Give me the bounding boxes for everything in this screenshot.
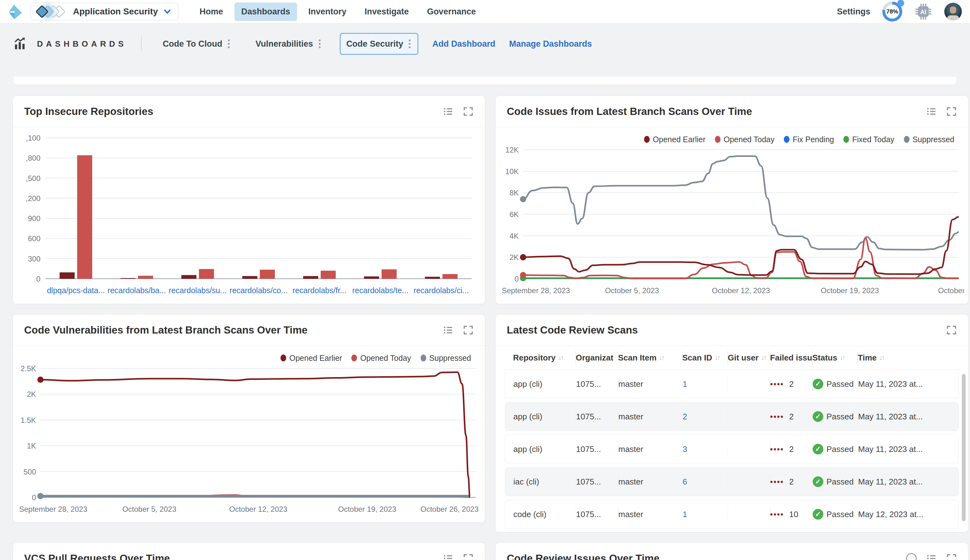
panel-header: Latest Code Review Scans	[496, 315, 968, 346]
legend-entry-fix-pending[interactable]: Fix Pending	[784, 135, 834, 144]
repo-link-label[interactable]: recardolabs/ba...	[107, 286, 166, 295]
manage-dashboards-link[interactable]: Manage Dashboards	[509, 39, 592, 49]
repo-link-label[interactable]: recardolabs/fr...	[292, 286, 346, 295]
bar-opened-today[interactable]	[382, 269, 397, 279]
cell-git-user	[728, 475, 770, 489]
expand-icon[interactable]	[463, 553, 474, 560]
bar-opened-today[interactable]	[442, 274, 457, 279]
repo-link-label[interactable]: recardolabs/co...	[230, 286, 288, 295]
legend-entry-fixed-today[interactable]: Fixed Today	[843, 135, 894, 144]
expand-icon[interactable]	[946, 553, 957, 560]
legend-entry-suppressed[interactable]: Suppressed	[421, 353, 471, 363]
repo-link-label[interactable]: recardolabs/te...	[352, 286, 408, 295]
settings-button[interactable]: Settings	[837, 7, 870, 17]
nav-item-home[interactable]: Home	[193, 3, 230, 21]
nav-item-inventory[interactable]: Inventory	[302, 3, 354, 21]
repo-link-label[interactable]: dlpqa/pcs-data...	[47, 286, 105, 295]
column-header-failed-issu[interactable]: Failed issu	[770, 351, 812, 365]
table-row[interactable]: code (cli)1075...master110✓PassedMay 12,…	[505, 500, 959, 529]
app-selector-label: Application Security	[73, 7, 158, 17]
cell-scan-id-link[interactable]: 1	[683, 507, 728, 522]
table-row[interactable]: app (cli)1075...master12✓PassedMay 11, 2…	[505, 370, 959, 398]
column-header-repository[interactable]: Repository↓↑	[513, 351, 576, 365]
bar-opened-today[interactable]	[138, 276, 153, 279]
tab-vulnerabilities[interactable]: Vulnerabilities	[249, 33, 329, 55]
table-row[interactable]: iac (cli)1075...master62✓PassedMay 11, 2…	[505, 467, 959, 496]
expand-icon[interactable]	[463, 106, 474, 117]
nav-item-governance[interactable]: Governance	[420, 3, 482, 21]
expand-icon[interactable]	[463, 325, 474, 335]
sort-arrows-icon[interactable]: ↓↑	[879, 354, 884, 362]
severity-dots-icon	[770, 481, 783, 483]
column-header-git-user[interactable]: Git user↓↑	[728, 351, 770, 365]
column-header-status[interactable]: Status↓↑	[812, 351, 858, 365]
tab-label: Vulnerabilities	[255, 39, 313, 49]
sort-arrows-icon[interactable]: ↓↑	[761, 354, 766, 362]
legend-list-icon[interactable]	[926, 106, 937, 117]
bar-opened-earlier[interactable]	[120, 278, 135, 279]
legend-entry-opened-today[interactable]: Opened Today	[351, 353, 411, 363]
repo-link-label[interactable]: recardolabs/su...	[169, 286, 227, 295]
ai-assistant-icon[interactable]: AI	[914, 3, 932, 21]
table-row[interactable]: app (cli)1075...master22✓PassedMay 11, 2…	[505, 402, 959, 431]
series-start-dot	[520, 254, 526, 260]
bar-opened-earlier[interactable]	[60, 272, 75, 279]
cell-scan-id-link[interactable]: 2	[683, 409, 728, 424]
column-header-scan-id[interactable]: Scan ID↓↑	[682, 351, 728, 365]
legend-entry-opened-earlier[interactable]: Opened Earlier	[644, 135, 706, 144]
x-tick-label: October 5, 2023	[122, 505, 176, 513]
brand-logo-icon[interactable]	[8, 3, 23, 20]
repo-link-label[interactable]: recardolabs/ci...	[414, 286, 469, 295]
cell-scan-id-link[interactable]: 1	[683, 377, 728, 391]
bar-opened-today[interactable]	[199, 269, 214, 279]
bar-opened-today[interactable]	[77, 155, 92, 279]
cell-organization: 1075...	[576, 442, 618, 456]
bar-opened-earlier[interactable]	[242, 276, 257, 279]
legend-entry-suppressed[interactable]: Suppressed	[904, 135, 954, 144]
user-avatar[interactable]	[944, 3, 962, 20]
legend-list-icon[interactable]	[443, 553, 454, 560]
legend-entry-opened-earlier[interactable]: Opened Earlier	[280, 353, 342, 363]
sort-arrows-icon[interactable]: ↓↑	[840, 354, 844, 362]
legend-list-icon[interactable]	[443, 325, 454, 335]
nav-item-dashboards[interactable]: Dashboards	[234, 3, 297, 21]
expand-icon[interactable]	[946, 325, 957, 335]
bar-opened-earlier[interactable]	[364, 277, 379, 279]
tab-label: Code To Cloud	[163, 39, 222, 49]
panel-header: Top Insecure Repositories	[13, 96, 485, 127]
y-tick-label: ,500	[26, 174, 40, 183]
kebab-menu-icon[interactable]	[407, 38, 412, 50]
add-dashboard-link[interactable]: Add Dashboard	[432, 39, 495, 49]
column-header-time[interactable]: Time↓↑	[858, 351, 942, 365]
table-row[interactable]: app (cli)1075...master32✓PassedMay 11, 2…	[505, 435, 959, 463]
bar-opened-today[interactable]	[260, 270, 275, 279]
cell-scan-id-link[interactable]: 6	[683, 475, 728, 489]
bar-opened-earlier[interactable]	[303, 276, 318, 279]
bar-opened-today[interactable]	[321, 271, 336, 279]
expand-icon[interactable]	[946, 106, 957, 117]
bar-opened-earlier[interactable]	[182, 275, 197, 279]
sort-arrows-icon[interactable]: ↓↑	[558, 354, 563, 362]
tab-code-security[interactable]: Code Security	[340, 33, 419, 55]
table-scrollbar[interactable]	[962, 374, 966, 521]
y-tick-label: 2K	[509, 253, 519, 262]
svg-text:AI: AI	[920, 9, 926, 15]
severity-dots-icon	[770, 513, 783, 515]
legend-label: Fix Pending	[793, 135, 834, 144]
sort-arrows-icon[interactable]: ↓↑	[659, 354, 664, 362]
nav-item-investigate[interactable]: Investigate	[357, 3, 416, 21]
legend-list-icon[interactable]	[443, 106, 454, 117]
legend-entry-opened-today[interactable]: Opened Today	[715, 135, 775, 144]
cell-scan-id-link[interactable]: 3	[683, 442, 728, 456]
legend-list-icon[interactable]	[926, 553, 937, 560]
bar-opened-earlier[interactable]	[425, 277, 440, 279]
column-header-organizat[interactable]: Organizat	[576, 351, 618, 365]
sort-arrows-icon[interactable]: ↓↑	[715, 354, 719, 362]
column-header-scan-item[interactable]: Scan Item↓↑	[618, 351, 682, 365]
progress-ring[interactable]: 78%	[882, 2, 902, 22]
app-selector-dropdown[interactable]: Application Security	[31, 3, 178, 20]
tab-code-to-cloud[interactable]: Code To Cloud	[156, 33, 237, 55]
legend-label: Opened Earlier	[289, 353, 342, 363]
kebab-menu-icon[interactable]	[227, 38, 231, 50]
kebab-menu-icon[interactable]	[317, 38, 322, 50]
